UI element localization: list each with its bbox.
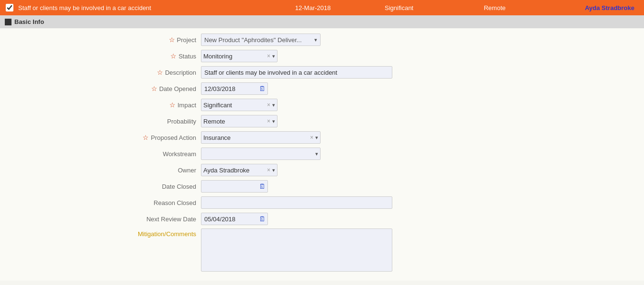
project-value: New Product "Aphrodites" Deliver... — [204, 36, 311, 44]
project-row: ☆ Project New Product "Aphrodites" Deliv… — [0, 33, 644, 46]
reason-closed-control — [201, 196, 402, 209]
date-closed-row: Date Closed 🗓 — [0, 180, 644, 193]
probability-label: Probability — [0, 118, 201, 125]
date-closed-control: 🗓 — [201, 180, 402, 193]
probability-control: Remote × ▾ — [201, 115, 402, 127]
date-opened-value: 12/03/2018 — [204, 85, 257, 92]
mitigation-control — [201, 228, 392, 273]
status-row: ☆ Status Monitoring × ▾ — [0, 49, 644, 63]
next-review-date-control: 05/04/2018 🗓 — [201, 213, 402, 225]
probability-dropdown-icon: ▾ — [272, 118, 275, 125]
impact-control: Significant × ▾ — [201, 99, 402, 111]
proposed-action-select[interactable]: Insurance × ▾ — [201, 131, 321, 144]
impact-value: Significant — [203, 102, 267, 109]
next-review-date-value: 05/04/2018 — [204, 216, 257, 223]
workstream-label: Workstream — [0, 150, 201, 158]
proposed-action-value: Insurance — [203, 134, 310, 141]
date-closed-calendar-icon[interactable]: 🗓 — [259, 182, 266, 190]
impact-select[interactable]: Significant × ▾ — [201, 99, 278, 111]
project-select[interactable]: New Product "Aphrodites" Deliver... ▾ — [201, 34, 321, 46]
description-input[interactable] — [201, 66, 392, 79]
owner-row: Owner Ayda Stradbroke × ▾ — [0, 163, 644, 177]
mitigation-row: Mitigation/Comments — [0, 228, 644, 273]
project-dropdown-icon: ▾ — [314, 37, 317, 43]
date-opened-wrap[interactable]: 12/03/2018 🗓 — [201, 82, 268, 95]
description-control — [201, 66, 402, 79]
impact-clear-icon[interactable]: × — [267, 102, 270, 108]
owner-value: Ayda Stradbroke — [203, 167, 267, 174]
reason-closed-row: Reason Closed — [0, 196, 644, 209]
owner-clear-icon[interactable]: × — [267, 167, 270, 173]
section-label: Basic Info — [14, 18, 44, 25]
description-required-star: ☆ — [157, 69, 163, 76]
date-opened-calendar-icon[interactable]: 🗓 — [259, 85, 266, 92]
probability-clear-icon[interactable]: × — [267, 118, 270, 125]
status-value: Monitoring — [203, 53, 267, 60]
next-review-date-row: Next Review Date 05/04/2018 🗓 — [0, 212, 644, 226]
proposed-action-clear-icon[interactable]: × — [310, 134, 313, 141]
reason-closed-input[interactable] — [201, 196, 392, 209]
next-review-date-label: Next Review Date — [0, 216, 201, 223]
date-closed-label: Date Closed — [0, 183, 201, 190]
description-label: ☆ Description — [0, 69, 201, 76]
impact-label: ☆ Impact — [0, 102, 201, 109]
proposed-action-control: Insurance × ▾ — [201, 131, 402, 144]
mitigation-label: Mitigation/Comments — [0, 228, 201, 238]
proposed-action-label: ☆ Proposed Action — [0, 134, 201, 141]
project-required-star: ☆ — [169, 36, 175, 43]
mitigation-textarea[interactable] — [201, 228, 392, 272]
status-control: Monitoring × ▾ — [201, 50, 402, 62]
status-clear-icon[interactable]: × — [267, 53, 270, 59]
date-closed-wrap[interactable]: 🗓 — [201, 180, 268, 193]
status-select[interactable]: Monitoring × ▾ — [201, 50, 278, 62]
form-body: ☆ Project New Product "Aphrodites" Deliv… — [0, 28, 644, 281]
owner-label: Owner — [0, 167, 201, 174]
reason-closed-label: Reason Closed — [0, 199, 201, 206]
proposed-action-required-star: ☆ — [143, 134, 149, 141]
header-date: 12-Mar-2018 — [275, 4, 351, 11]
probability-select[interactable]: Remote × ▾ — [201, 115, 278, 127]
probability-row: Probability Remote × ▾ — [0, 114, 644, 128]
owner-select[interactable]: Ayda Stradbroke × ▾ — [201, 164, 278, 176]
impact-row: ☆ Impact Significant × ▾ — [0, 98, 644, 112]
proposed-action-dropdown-icon: ▾ — [315, 135, 318, 141]
header-probability: Remote — [447, 4, 543, 11]
header-significance: Significant — [351, 4, 447, 11]
workstream-control: ▾ — [201, 148, 402, 160]
next-review-date-wrap[interactable]: 05/04/2018 🗓 — [201, 213, 268, 225]
owner-control: Ayda Stradbroke × ▾ — [201, 164, 402, 176]
probability-value: Remote — [203, 118, 267, 125]
workstream-row: Workstream ▾ — [0, 147, 644, 160]
header-bar: Staff or clients may be involved in a ca… — [0, 0, 644, 15]
description-row: ☆ Description — [0, 66, 644, 79]
owner-dropdown-icon: ▾ — [272, 167, 275, 173]
section-header: Basic Info — [0, 15, 644, 28]
date-opened-row: ☆ Date Opened 12/03/2018 🗓 — [0, 82, 644, 95]
date-opened-label: ☆ Date Opened — [0, 85, 201, 92]
date-opened-required-star: ☆ — [151, 85, 157, 92]
workstream-select[interactable]: ▾ — [201, 148, 321, 160]
status-required-star: ☆ — [170, 53, 177, 59]
next-review-date-calendar-icon[interactable]: 🗓 — [259, 215, 266, 223]
section-icon — [5, 19, 11, 25]
workstream-dropdown-icon: ▾ — [315, 151, 318, 157]
header-title: Staff or clients may be involved in a ca… — [18, 4, 275, 11]
header-checkbox[interactable] — [6, 4, 13, 11]
project-control: New Product "Aphrodites" Deliver... ▾ — [201, 34, 402, 46]
status-label: ☆ Status — [0, 53, 201, 60]
proposed-action-row: ☆ Proposed Action Insurance × ▾ — [0, 131, 644, 144]
date-opened-control: 12/03/2018 🗓 — [201, 82, 402, 95]
project-label: ☆ Project — [0, 36, 201, 44]
impact-dropdown-icon: ▾ — [272, 102, 275, 108]
header-owner[interactable]: Ayda Stradbroke — [543, 4, 638, 11]
impact-required-star: ☆ — [169, 102, 176, 108]
status-dropdown-icon: ▾ — [272, 53, 275, 59]
